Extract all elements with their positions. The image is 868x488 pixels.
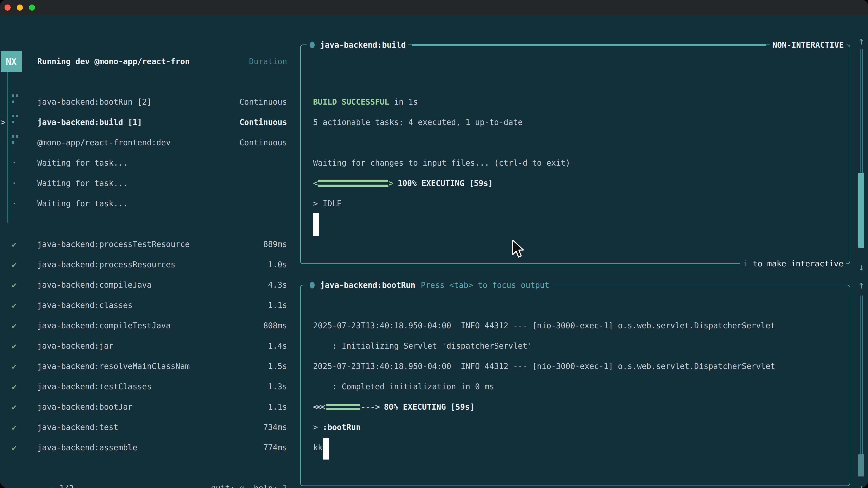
- focus-output-hint: Press <tab> to focus output: [418, 281, 552, 290]
- task-row[interactable]: · Waiting for task...: [0, 173, 299, 193]
- check-icon: ✔: [12, 281, 17, 290]
- status-dot-icon: [307, 41, 317, 48]
- completed-task-row[interactable]: ✔ java-backend:processTestResource 889ms: [0, 234, 299, 254]
- completed-task-row[interactable]: ✔ java-backend:classes 1.1s: [0, 295, 299, 315]
- command-caret: >: [313, 423, 322, 432]
- page-prev-arrow[interactable]: ←: [50, 484, 55, 488]
- typed-input: kk: [313, 443, 322, 452]
- log-line: 2025-07-23T13:40:18.950-04:00 INFO 44312…: [313, 356, 844, 377]
- check-icon: ✔: [12, 260, 17, 269]
- terminal-window: NX Running dev @mono-app/react-fron Dura…: [0, 0, 868, 488]
- page-indicator: 1/2: [59, 484, 74, 488]
- completed-task-row[interactable]: ✔ java-backend:resolveMainClassNam 1.5s: [0, 356, 299, 377]
- help-key: ?: [282, 484, 287, 488]
- task-row[interactable]: java-backend:bootRun [2] Continuous: [0, 92, 299, 112]
- bootrun-panel-header: java-backend:bootRun Press <tab> to focu…: [307, 275, 846, 295]
- task-row[interactable]: @mono-app/react-frontend:dev Continuous: [0, 132, 299, 153]
- bootrun-input-line[interactable]: kk: [313, 437, 844, 458]
- scrollbar-track[interactable]: [860, 49, 863, 173]
- completed-task-row[interactable]: ✔ java-backend:assemble 774ms: [0, 437, 299, 458]
- spinner-icon: [12, 135, 19, 144]
- quit-key: q: [239, 484, 244, 488]
- progress-open-bracket: <: [313, 179, 318, 188]
- interactive-key[interactable]: i: [740, 259, 750, 268]
- build-panel-title: java-backend:build: [317, 40, 408, 50]
- spinner-icon: [12, 94, 19, 103]
- build-waiting-line: Waiting for changes to input files... (c…: [313, 153, 833, 173]
- status-dot-icon: [307, 282, 317, 289]
- task-row[interactable]: · Waiting for task...: [0, 153, 299, 173]
- progress-label: 80% EXECUTING [59s]: [384, 402, 474, 412]
- scroll-down-arrow[interactable]: ↓: [855, 478, 868, 488]
- log-line: : Completed initialization in 0 ms: [313, 377, 844, 397]
- log-line: : Initializing Servlet 'dispatcherServle…: [313, 336, 844, 356]
- page-next-arrow[interactable]: →: [79, 484, 83, 488]
- log-line: 2025-07-23T13:40:18.950-04:00 INFO 44312…: [313, 315, 844, 336]
- terminal-content: NX Running dev @mono-app/react-fron Dura…: [0, 15, 868, 488]
- bootrun-progress-line: <<<--->80% EXECUTING [59s]: [313, 397, 844, 417]
- scrollbar-thumb[interactable]: [858, 173, 864, 248]
- spinner-icon: [12, 115, 19, 124]
- progress-close-bracket: >: [389, 179, 394, 188]
- check-icon: ✔: [12, 402, 17, 412]
- completed-task-row[interactable]: ✔ java-backend:processResources 1.0s: [0, 254, 299, 275]
- build-idle-line: > IDLE: [313, 193, 833, 214]
- close-window-button[interactable]: [4, 4, 11, 11]
- task-row[interactable]: · Waiting for task...: [0, 193, 299, 214]
- completed-task-row[interactable]: ✔ java-backend:jar 1.4s: [0, 336, 299, 356]
- progress-label: 100% EXECUTING [59s]: [398, 179, 493, 188]
- pagination: ← 1/2 →: [12, 475, 83, 488]
- build-panel-header: java-backend:build NON-INTERACTIVE: [307, 35, 846, 55]
- build-progress-line: <>100% EXECUTING [59s]: [313, 173, 833, 193]
- completed-task-row[interactable]: ✔ java-backend:compileTestJava 808ms: [0, 315, 299, 336]
- title-bar: [0, 0, 868, 15]
- check-icon: ✔: [12, 423, 17, 432]
- waiting-bullet-icon: ·: [12, 199, 17, 208]
- panel-header-rule: [412, 44, 766, 46]
- task-list-header: Running dev @mono-app/react-fron Duratio…: [0, 51, 299, 72]
- progress-bar: [327, 404, 360, 410]
- scroll-up-arrow[interactable]: ↑: [855, 31, 868, 51]
- build-tasks-summary: 5 actionable tasks: 4 executed, 1 up-to-…: [313, 112, 833, 132]
- completed-task-row[interactable]: ✔ java-backend:testClasses 1.3s: [0, 377, 299, 397]
- non-interactive-badge: NON-INTERACTIVE: [770, 40, 846, 50]
- command-text: :bootRun: [322, 423, 361, 432]
- bootrun-panel-title: java-backend:bootRun: [317, 281, 418, 290]
- check-icon: ✔: [12, 240, 17, 249]
- bootrun-command-line: > :bootRun: [313, 417, 844, 437]
- interactive-caption-text: to make interactive: [750, 259, 846, 268]
- scroll-down-arrow[interactable]: ↓: [855, 257, 868, 277]
- zoom-window-button[interactable]: [29, 4, 35, 11]
- help-hint-label: help:: [254, 484, 277, 488]
- check-icon: ✔: [12, 321, 17, 330]
- task-row-selected[interactable]: > java-backend:build [1] Continuous: [0, 112, 299, 132]
- scrollbar-track[interactable]: [860, 295, 863, 454]
- duration-column-header: Duration: [249, 57, 287, 66]
- completed-task-row[interactable]: ✔ java-backend:compileJava 4.3s: [0, 275, 299, 295]
- check-icon: ✔: [12, 443, 17, 452]
- waiting-bullet-icon: ·: [12, 158, 17, 167]
- progress-dashes: --->: [361, 402, 380, 412]
- make-interactive-caption: ito make interactive: [740, 254, 846, 274]
- progress-bar: [318, 180, 388, 187]
- check-icon: ✔: [12, 301, 17, 310]
- minimize-window-button[interactable]: [17, 4, 23, 11]
- waiting-bullet-icon: ·: [12, 179, 17, 188]
- quit-hint-label: quit:: [211, 484, 235, 488]
- run-title: Running dev @mono-app/react-fron: [37, 57, 190, 66]
- check-icon: ✔: [12, 382, 17, 391]
- completed-task-row[interactable]: ✔ java-backend:test 734ms: [0, 417, 299, 437]
- task-list-footer: ← 1/2 → quit: q help: ?: [0, 478, 299, 488]
- scroll-up-arrow[interactable]: ↑: [855, 275, 868, 295]
- mouse-cursor-icon: [511, 240, 524, 261]
- build-status-line: BUILD SUCCESSFUL in 1s: [313, 92, 833, 112]
- scrollbar-thumb[interactable]: [858, 454, 864, 477]
- check-icon: ✔: [12, 362, 17, 371]
- selection-caret: >: [1, 118, 6, 127]
- build-terminal-cursor: [313, 213, 319, 236]
- progress-open-bracket: <<<: [313, 402, 324, 412]
- keybind-hints: quit: q help: ?: [173, 475, 287, 488]
- check-icon: ✔: [12, 341, 17, 351]
- completed-task-row[interactable]: ✔ java-backend:bootJar 1.1s: [0, 397, 299, 417]
- bootrun-terminal-cursor: [323, 438, 329, 459]
